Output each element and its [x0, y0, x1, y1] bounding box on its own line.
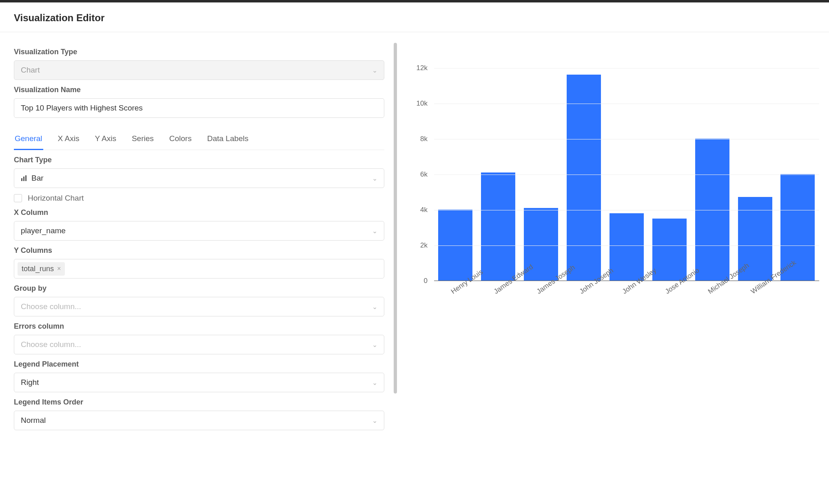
legend-order-value: Normal [21, 416, 46, 425]
remove-tag-icon[interactable]: × [57, 265, 61, 272]
x-column-select[interactable]: player_name ⌄ [14, 221, 384, 241]
chevron-down-icon: ⌄ [372, 175, 377, 182]
chevron-down-icon: ⌄ [372, 66, 377, 74]
bar-chart: 02k4k6k8k10k12k Henry LouisJames EdwardJ… [407, 59, 819, 320]
chart-bar[interactable] [652, 219, 687, 281]
chevron-down-icon: ⌄ [372, 341, 377, 349]
y-axis-tick: 6k [420, 170, 428, 179]
settings-scrollbar[interactable] [392, 32, 399, 504]
legend-placement-value: Right [21, 378, 39, 387]
errors-column-select[interactable]: Choose column... ⌄ [14, 335, 384, 354]
y-axis-tick: 12k [417, 64, 428, 72]
settings-panel: Visualization Type Chart ⌄ Visualization… [0, 32, 392, 504]
legend-placement-select[interactable]: Right ⌄ [14, 373, 384, 392]
y-axis-tick: 8k [420, 135, 428, 143]
viz-name-value: Top 10 Players with Highest Scores [21, 104, 143, 113]
group-by-select[interactable]: Choose column... ⌄ [14, 297, 384, 316]
chevron-down-icon: ⌄ [372, 303, 377, 311]
tab-x-axis[interactable]: X Axis [57, 130, 80, 150]
chevron-down-icon: ⌄ [372, 227, 377, 235]
viz-name-input[interactable]: Top 10 Players with Highest Scores [14, 98, 384, 118]
grid-line [434, 210, 819, 210]
horizontal-chart-label: Horizontal Chart [28, 194, 84, 203]
page-title: Visualization Editor [14, 12, 815, 24]
chevron-down-icon: ⌄ [372, 417, 377, 424]
viz-type-value: Chart [21, 66, 40, 75]
chart-bar[interactable] [610, 213, 644, 281]
y-axis-tick: 0 [424, 277, 428, 285]
chevron-down-icon: ⌄ [372, 379, 377, 387]
svg-rect-2 [25, 175, 27, 181]
editor-header: Visualization Editor [0, 2, 829, 32]
y-axis-tick: 4k [420, 206, 428, 214]
viz-name-label: Visualization Name [14, 86, 380, 94]
grid-line [434, 104, 819, 104]
chart-type-select[interactable]: Bar ⌄ [14, 168, 384, 188]
tag-label: total_runs [22, 265, 54, 273]
y-columns-input[interactable]: total_runs× [14, 259, 384, 279]
svg-rect-0 [21, 178, 22, 181]
viz-type-select[interactable]: Chart ⌄ [14, 60, 384, 80]
svg-rect-1 [23, 177, 24, 181]
settings-tabs: GeneralX AxisY AxisSeriesColorsData Labe… [14, 130, 384, 150]
x-column-value: player_name [21, 226, 66, 235]
y-axis-tick: 10k [417, 99, 428, 108]
group-by-placeholder: Choose column... [21, 302, 81, 311]
chart-bar[interactable] [438, 210, 472, 281]
chart-bar[interactable] [567, 75, 601, 281]
tab-series[interactable]: Series [131, 130, 155, 150]
legend-order-select[interactable]: Normal ⌄ [14, 411, 384, 430]
tab-y-axis[interactable]: Y Axis [94, 130, 117, 150]
grid-line [434, 68, 819, 69]
tab-data-labels[interactable]: Data Labels [206, 130, 249, 150]
tab-colors[interactable]: Colors [168, 130, 193, 150]
y-columns-label: Y Columns [14, 246, 380, 255]
chart-preview-panel: 02k4k6k8k10k12k Henry LouisJames EdwardJ… [399, 32, 829, 504]
errors-column-label: Errors column [14, 322, 380, 331]
y-column-tag[interactable]: total_runs× [18, 262, 65, 276]
horizontal-chart-checkbox[interactable] [14, 194, 22, 202]
bar-chart-icon [21, 175, 27, 181]
errors-column-placeholder: Choose column... [21, 340, 81, 349]
scrollbar-thumb[interactable] [394, 43, 397, 393]
tab-general[interactable]: General [14, 130, 43, 150]
legend-order-label: Legend Items Order [14, 398, 380, 407]
grid-line [434, 175, 819, 175]
viz-type-label: Visualization Type [14, 48, 380, 56]
grid-line [434, 245, 819, 246]
group-by-label: Group by [14, 284, 380, 293]
y-axis-tick: 2k [420, 241, 428, 250]
chart-type-label: Chart Type [14, 156, 380, 164]
legend-placement-label: Legend Placement [14, 360, 380, 369]
x-column-label: X Column [14, 208, 380, 217]
grid-line [434, 139, 819, 139]
chart-bar[interactable] [481, 172, 515, 281]
chart-type-value: Bar [31, 174, 44, 183]
